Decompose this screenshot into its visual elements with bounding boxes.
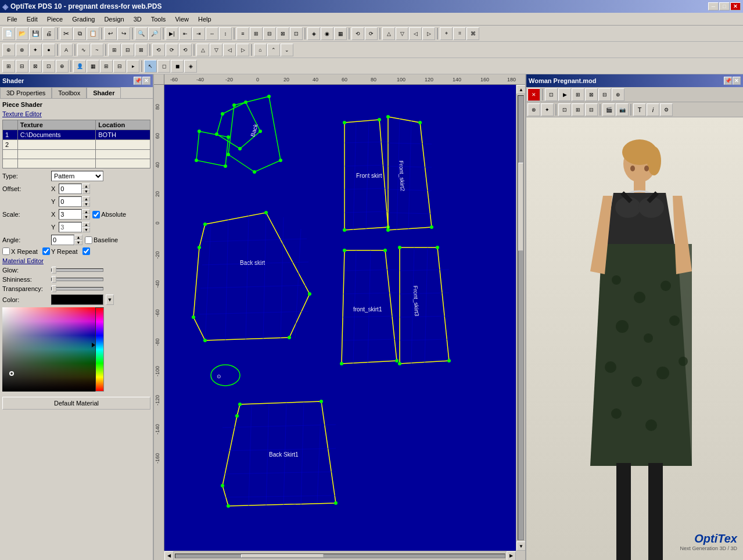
tb-print[interactable]: 🖨 [42, 27, 55, 40]
scroll-left-button[interactable]: ◀ [164, 551, 174, 561]
tb-zoom-out[interactable]: 🔎 [148, 27, 161, 40]
scale-x-input-group[interactable]: ▲ ▼ [59, 209, 90, 220]
offset-y-up[interactable]: ▲ [82, 196, 90, 202]
tb3-b3[interactable]: ⊠ [29, 60, 42, 73]
tb-save[interactable]: 💾 [29, 27, 42, 40]
tb-b22[interactable]: ⌘ [466, 27, 479, 40]
model-tb2-b1[interactable]: ⊗ [527, 103, 540, 116]
tb2-b3[interactable]: ✦ [29, 44, 42, 56]
model-tb2-b7[interactable]: 📷 [616, 103, 629, 116]
glow-thumb[interactable] [52, 267, 56, 274]
color-dropdown-button[interactable]: ▼ [106, 295, 114, 305]
offset-y-input-group[interactable]: ▲ ▼ [59, 196, 90, 207]
offset-x-input[interactable]: 0 [59, 184, 82, 194]
tb2-b17[interactable]: ▷ [236, 44, 249, 56]
offset-y-down[interactable]: ▼ [82, 202, 90, 207]
tb2-b12[interactable]: ⟳ [166, 44, 178, 56]
table-row-2[interactable]: 2 [3, 140, 150, 150]
y-repeat-checkbox[interactable] [42, 247, 50, 255]
tb-b1[interactable]: ▶| [166, 27, 178, 40]
tb-b14[interactable]: ⟲ [351, 27, 364, 40]
scale-y-up[interactable]: ▲ [82, 222, 90, 227]
transparency-track[interactable] [51, 287, 103, 290]
absolute-checkbox[interactable] [92, 211, 100, 218]
tb-b19[interactable]: ▷ [422, 27, 435, 40]
scroll-right-button[interactable]: ▶ [507, 551, 516, 561]
scale-x-spinner[interactable]: ▲ ▼ [82, 209, 90, 220]
tb-undo[interactable]: ↩ [104, 27, 117, 40]
titlebar-controls[interactable]: ─ □ ✕ [708, 2, 741, 10]
canvas-inner[interactable]: Back Back skirt [164, 85, 516, 551]
menu-design[interactable]: Design [99, 15, 128, 24]
baseline-checkbox[interactable] [85, 236, 92, 244]
hue-bar[interactable] [95, 307, 104, 392]
tb-redo[interactable]: ↪ [117, 27, 130, 40]
tb-b5[interactable]: ↕ [219, 27, 232, 40]
h-scrollbar[interactable]: ◀ ▶ [164, 551, 516, 560]
tb2-b6[interactable]: ∿ [77, 44, 90, 56]
tb3-b6[interactable]: 👤 [73, 60, 86, 73]
scale-y-input-group[interactable]: ▲ ▼ [59, 222, 90, 232]
tb-copy[interactable]: ⧉ [73, 27, 86, 40]
shader-close-button[interactable]: ✕ [142, 77, 150, 85]
tb3-b12[interactable]: ◼ [171, 60, 184, 73]
tb2-b16[interactable]: ◁ [223, 44, 236, 56]
model-tb1-b4[interactable]: ⊠ [585, 88, 598, 101]
model-window-controls[interactable]: 📌 ✕ [724, 77, 741, 85]
offset-x-down[interactable]: ▼ [82, 189, 90, 194]
tb2-b15[interactable]: ▽ [210, 44, 222, 56]
tb-b9[interactable]: ⊠ [277, 27, 289, 40]
shader-window-controls[interactable]: 📌 ✕ [134, 77, 150, 85]
tb2-b4[interactable]: ● [42, 44, 55, 56]
tb-b17[interactable]: ▽ [396, 27, 408, 40]
tb-b12[interactable]: ◉ [321, 27, 333, 40]
angle-input[interactable] [51, 235, 74, 245]
offset-y-spinner[interactable]: ▲ ▼ [82, 196, 90, 207]
offset-x-spinner[interactable]: ▲ ▼ [82, 184, 90, 194]
tab-shader[interactable]: Shader [87, 87, 121, 98]
offset-y-input[interactable] [59, 196, 82, 207]
menu-file[interactable]: File [2, 15, 22, 24]
h-scroll-track[interactable] [175, 554, 505, 558]
tb-b2[interactable]: ⇤ [179, 27, 192, 40]
default-material-button[interactable]: Default Material [2, 397, 150, 410]
texture-editor-label[interactable]: Texture Editor [2, 110, 150, 117]
model-close-button[interactable]: ✕ [733, 77, 741, 85]
angle-input-group[interactable]: ▲ ▼ [51, 235, 82, 245]
tb2-b10[interactable]: ⊠ [135, 44, 148, 56]
type-select[interactable]: Pattern Solid Image [51, 171, 103, 181]
tb3-b1[interactable]: ⊞ [2, 60, 15, 73]
tb-zoom-in[interactable]: 🔍 [135, 27, 148, 40]
model-tb1-b2[interactable]: ⊡ [545, 88, 558, 101]
scroll-down-button[interactable]: ▼ [516, 541, 525, 551]
tb-b15[interactable]: ⟳ [365, 27, 378, 40]
scale-y-input[interactable] [59, 222, 82, 232]
menu-tools[interactable]: Tools [146, 15, 171, 24]
tb2-b11[interactable]: ⟲ [152, 44, 165, 56]
y-repeat-label[interactable]: Y Repeat [42, 247, 78, 255]
tb3-b5[interactable]: ⊕ [56, 60, 69, 73]
tb3-b11[interactable]: ◻ [157, 60, 170, 73]
color-swatch[interactable] [51, 295, 103, 305]
tb-new[interactable]: 📄 [2, 27, 15, 40]
material-editor-label[interactable]: Material Editor [2, 257, 150, 264]
baseline-checkbox-label[interactable]: Baseline [85, 236, 118, 244]
shininess-track[interactable] [51, 278, 103, 281]
v-scroll-track[interactable] [518, 95, 524, 540]
row-location-2[interactable] [96, 140, 150, 150]
tb3-b9[interactable]: ⊟ [113, 60, 126, 73]
model-tb1-b5[interactable]: ⊟ [598, 88, 611, 101]
tb3-b4[interactable]: ⊡ [42, 60, 55, 73]
x-repeat-label[interactable]: X Repeat [2, 247, 38, 255]
menu-3d[interactable]: 3D [129, 15, 146, 24]
angle-up[interactable]: ▲ [74, 235, 82, 240]
menu-help[interactable]: Help [193, 15, 216, 24]
shader-pin-button[interactable]: 📌 [134, 77, 142, 85]
tb2-b20[interactable]: ⌄ [281, 44, 293, 56]
tab-toolbox[interactable]: Toolbox [52, 87, 87, 98]
glow-track[interactable] [51, 268, 103, 272]
tb2-b5[interactable]: A [60, 44, 73, 56]
scale-x-down[interactable]: ▼ [82, 214, 90, 220]
menu-edit[interactable]: Edit [22, 15, 42, 24]
tb-b18[interactable]: ◁ [409, 27, 422, 40]
